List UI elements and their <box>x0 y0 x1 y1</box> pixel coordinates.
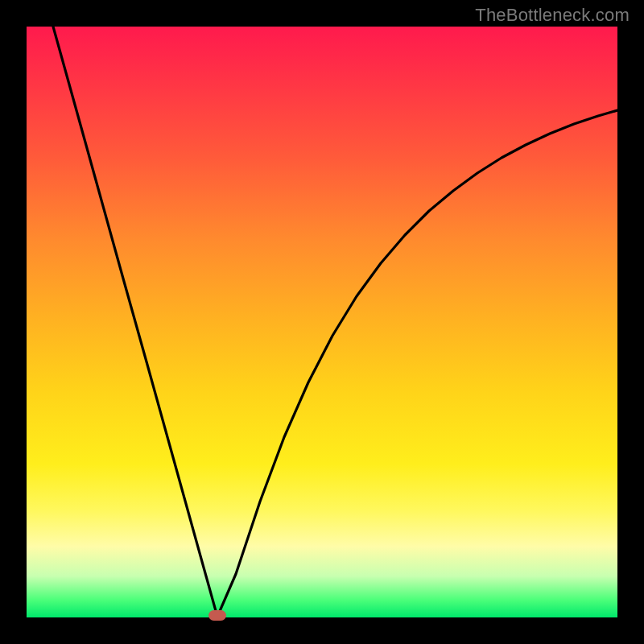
watermark-text: TheBottleneck.com <box>475 5 630 26</box>
plot-area <box>27 27 617 617</box>
chart-frame: TheBottleneck.com <box>0 0 644 644</box>
bottleneck-curve <box>27 27 617 617</box>
minimum-marker <box>208 610 226 621</box>
